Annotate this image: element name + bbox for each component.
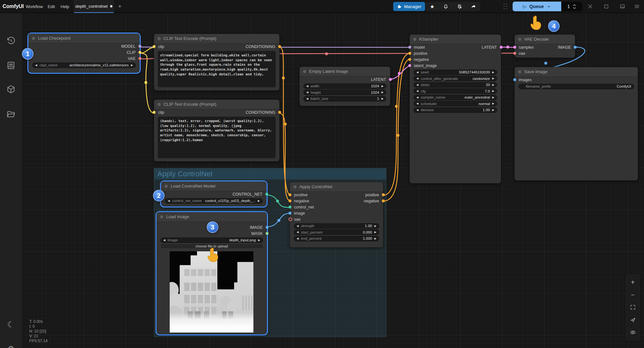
node-header[interactable]: Load Checkpoint [28, 34, 140, 43]
input-port-control-net[interactable] [289, 206, 291, 208]
widget-right-arrow-icon[interactable]: ▶ [492, 109, 494, 111]
node-clip-text-encode-negative[interactable]: CLIP Text Encode (Prompt) clip CONDITION… [154, 100, 279, 161]
node-load-checkpoint[interactable]: Load Checkpoint MODEL CLIP VAE ◀ ckpt_na… [28, 34, 140, 73]
widget-cfg[interactable]: ◀ cfg 7.0 ▶ [413, 88, 497, 94]
input-port-latent-image[interactable] [408, 64, 411, 67]
output-port-clip[interactable] [138, 51, 141, 54]
widget-left-arrow-icon[interactable]: ◀ [416, 77, 419, 80]
collapse-dot-icon[interactable] [293, 185, 297, 188]
widget-left-arrow-icon[interactable]: ◀ [168, 199, 170, 202]
input-port-negative[interactable] [289, 199, 291, 202]
widget-right-arrow-icon[interactable]: ▶ [381, 91, 384, 94]
widget-right-arrow-icon[interactable]: ▶ [492, 77, 494, 80]
manager-button[interactable]: Manager [393, 2, 425, 11]
input-port-vae[interactable] [513, 52, 516, 55]
drag-handle-icon[interactable] [504, 4, 508, 9]
collapse-dot-icon[interactable] [32, 37, 35, 40]
widget-steps[interactable]: ◀ steps 20 ▶ [413, 82, 497, 88]
widget-image[interactable]: ◀ image depth_input.png ▶ [160, 237, 263, 243]
node-header[interactable]: Load ControlNet Model [161, 181, 267, 191]
widget-left-arrow-icon[interactable]: ◀ [306, 97, 308, 100]
output-port-conditioning[interactable] [278, 45, 281, 48]
input-port-images[interactable] [513, 78, 516, 81]
select-mode-button[interactable] [630, 317, 636, 323]
settings-button[interactable]: ⚙ [5, 343, 16, 348]
input-port-clip[interactable] [153, 111, 156, 114]
widget-left-arrow-icon[interactable]: ◀ [416, 83, 419, 86]
input-port-clip[interactable] [153, 45, 156, 48]
output-port-conditioning[interactable] [278, 111, 281, 114]
widget-right-arrow-icon[interactable]: ▶ [381, 97, 384, 100]
widget-left-arrow-icon[interactable]: ◀ [306, 91, 308, 94]
widget-control-net-name[interactable]: ◀ control_net_name control_v11f1p_sd15_d… [165, 198, 263, 204]
chevron-down-icon[interactable] [573, 7, 576, 9]
node-apply-controlnet[interactable]: Apply ControlNet positive positive negat… [290, 182, 383, 247]
widget-width[interactable]: ◀ width 1024 ▶ [303, 83, 386, 89]
zoom-out-button[interactable]: − [630, 292, 636, 298]
input-port-positive[interactable] [408, 52, 411, 55]
input-port-negative[interactable] [408, 58, 411, 61]
node-header[interactable]: Load Image [156, 212, 267, 222]
collapse-dot-icon[interactable] [303, 70, 306, 73]
collapse-dot-icon[interactable] [160, 215, 163, 218]
widget-right-arrow-icon[interactable]: ▶ [492, 71, 494, 74]
batch-count-stepper[interactable]: 1 [561, 2, 582, 11]
widget-right-arrow-icon[interactable]: ▶ [381, 85, 384, 88]
output-port-vae[interactable] [138, 57, 141, 60]
collapse-dot-icon[interactable] [157, 37, 161, 40]
fit-view-button[interactable] [630, 304, 636, 311]
new-tab-button[interactable]: + [116, 0, 124, 13]
widget-left-arrow-icon[interactable]: ◀ [416, 71, 419, 74]
sidebar-item-queue-history[interactable] [5, 35, 16, 46]
widget-end-percent[interactable]: ◀ end_percent 1.000 ▶ [294, 236, 379, 241]
menu-help[interactable]: Help [61, 0, 69, 13]
widget-right-arrow-icon[interactable]: ▶ [492, 96, 494, 99]
output-port-mask[interactable] [266, 232, 269, 235]
node-header[interactable]: CLIP Text Encode (Prompt) [154, 34, 279, 44]
widget-left-arrow-icon[interactable]: ◀ [416, 90, 419, 92]
widget-left-arrow-icon[interactable]: ◀ [416, 109, 419, 111]
widget-height[interactable]: ◀ height 1024 ▶ [303, 90, 386, 95]
queue-button[interactable]: ▷ Queue [513, 2, 561, 11]
toggle-link-visibility-button[interactable] [630, 329, 636, 336]
node-empty-latent-image[interactable]: Empty Latent Image LATENT ◀ width 1024 ▶… [299, 67, 390, 106]
node-header[interactable]: CLIP Text Encode (Prompt) [154, 100, 279, 109]
output-port-negative[interactable] [382, 199, 385, 202]
widget-right-arrow-icon[interactable]: ▶ [258, 239, 260, 242]
chevron-up-icon[interactable] [573, 4, 576, 6]
input-port-samples[interactable] [513, 46, 516, 49]
node-clip-text-encode-positive[interactable]: CLIP Text Encode (Prompt) clip CONDITION… [154, 34, 279, 91]
input-port-model[interactable] [408, 46, 411, 49]
toggle-bottom-panel-button[interactable] [620, 4, 625, 9]
widget-right-arrow-icon[interactable]: ▶ [374, 225, 376, 227]
chevron-down-icon[interactable] [547, 5, 551, 9]
collapse-dot-icon[interactable] [165, 185, 168, 188]
widget-strength[interactable]: ◀ strength 1.00 ▶ [294, 223, 379, 229]
widget-batch-size[interactable]: ◀ batch_size 1 ▶ [303, 96, 386, 102]
share-arrow-icon[interactable] [471, 4, 476, 9]
output-port-model[interactable] [138, 45, 141, 48]
star-icon[interactable]: ★ [430, 4, 434, 10]
node-header[interactable]: KSampler [410, 34, 501, 44]
widget-right-arrow-icon[interactable]: ▶ [492, 90, 494, 92]
output-port-positive[interactable] [382, 193, 385, 196]
collapse-dot-icon[interactable] [518, 70, 521, 73]
output-port-image[interactable] [574, 46, 577, 49]
collapse-dot-icon[interactable] [518, 38, 521, 41]
widget-left-arrow-icon[interactable]: ◀ [163, 239, 166, 242]
input-port-image[interactable] [289, 212, 291, 215]
widget-right-arrow-icon[interactable]: ▶ [374, 231, 376, 234]
widget-start-percent[interactable]: ◀ start_percent 0.000 ▶ [294, 229, 379, 235]
image-preview-depth-map[interactable] [170, 251, 253, 333]
widget-sampler-name[interactable]: ◀ sampler_name euler_ancestral ▶ [413, 95, 497, 100]
workflow-tab[interactable]: depth_controlnet [74, 0, 114, 13]
widget-denoise[interactable]: ◀ denoise 1.00 ▶ [413, 107, 497, 113]
widget-control-after-generate[interactable]: ◀ control_after_generate randomize ▶ [413, 76, 497, 81]
sidebar-item-model-library[interactable] [5, 84, 16, 95]
widget-scheduler[interactable]: ◀ scheduler normal ▶ [413, 101, 497, 106]
widget-right-arrow-icon[interactable]: ▶ [131, 64, 133, 67]
menu-edit[interactable]: Edit [48, 0, 55, 13]
widget-right-arrow-icon[interactable]: ▶ [374, 237, 376, 240]
node-load-controlnet-model[interactable]: Load ControlNet Model CONTROL_NET ◀ cont… [161, 181, 267, 207]
output-port-image[interactable] [266, 226, 269, 229]
